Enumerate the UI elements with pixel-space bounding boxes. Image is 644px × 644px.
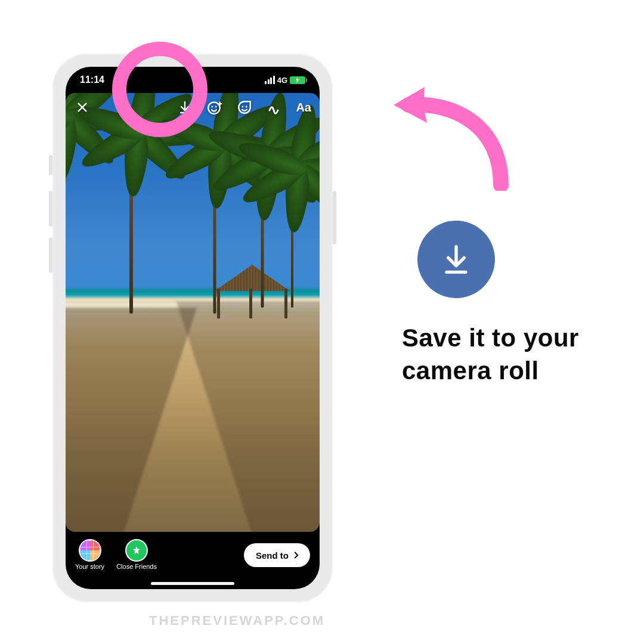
draw-icon[interactable] bbox=[266, 99, 283, 116]
your-story-label: Your story bbox=[75, 563, 104, 570]
story-canvas[interactable]: Aa bbox=[66, 93, 320, 532]
battery-charging-icon bbox=[290, 76, 305, 84]
svg-point-3 bbox=[242, 106, 244, 108]
download-callout-icon bbox=[417, 221, 495, 298]
phone-screen: 11:14 4G bbox=[66, 67, 320, 589]
signal-icon bbox=[265, 76, 275, 84]
close-friends-label: Close Friends bbox=[116, 563, 157, 570]
story-bottom-bar: Your story Close Friends Send to bbox=[66, 532, 320, 589]
svg-point-1 bbox=[212, 106, 213, 108]
close-icon[interactable] bbox=[74, 99, 91, 116]
svg-point-2 bbox=[215, 106, 217, 108]
hut-graphic bbox=[208, 265, 297, 318]
side-button bbox=[49, 155, 52, 175]
close-friends-icon bbox=[126, 540, 147, 561]
notch bbox=[136, 67, 249, 85]
effects-icon[interactable] bbox=[206, 99, 223, 116]
text-tool[interactable]: Aa bbox=[296, 101, 311, 114]
side-button bbox=[49, 237, 52, 273]
send-to-label: Send to bbox=[256, 550, 289, 561]
svg-point-4 bbox=[246, 106, 247, 108]
story-toolbar: Aa bbox=[66, 99, 320, 116]
grid-avatar-icon bbox=[80, 540, 100, 561]
annotation-text: Save it to your camera roll bbox=[402, 322, 599, 387]
sticker-icon[interactable] bbox=[236, 99, 253, 116]
network-label: 4G bbox=[277, 76, 287, 85]
home-indicator bbox=[151, 582, 234, 585]
side-button bbox=[333, 191, 336, 244]
chevron-right-icon bbox=[291, 550, 302, 561]
side-button bbox=[49, 191, 52, 227]
status-time: 11:14 bbox=[80, 75, 104, 85]
send-to-button[interactable]: Send to bbox=[244, 543, 310, 567]
your-story-button[interactable]: Your story bbox=[75, 540, 104, 570]
arrow-icon bbox=[382, 83, 513, 191]
watermark: THEPREVIEWAPP.COM bbox=[149, 613, 325, 628]
phone-frame: 11:14 4G bbox=[52, 54, 333, 602]
close-friends-button[interactable]: Close Friends bbox=[116, 540, 157, 570]
download-icon[interactable] bbox=[177, 99, 193, 116]
